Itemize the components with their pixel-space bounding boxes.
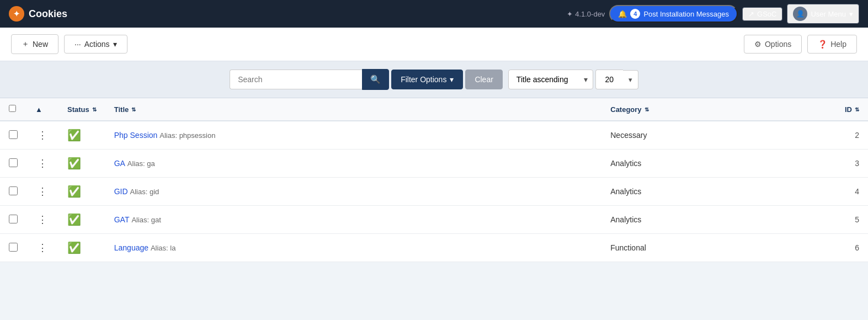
dots-icon: ··· (74, 40, 81, 49)
sort-up-icon: ▲ (35, 105, 42, 114)
external-link-icon: ↗ (748, 10, 754, 18)
row-status-cell: ✅ (58, 234, 105, 262)
row-category-value: Necessary (610, 131, 647, 140)
post-install-label: Post Installation Messages (643, 10, 729, 18)
notification-count: 4 (630, 9, 640, 19)
row-checkbox-cell (0, 178, 26, 206)
search-input[interactable] (230, 70, 362, 89)
plus-icon: ＋ (22, 39, 29, 49)
cookies-table: ▲ Status ⇅ Title ⇅ Category (0, 98, 868, 262)
row-category-cell: Analytics (601, 206, 835, 234)
table-row: ⋮ ✅ GA Alias: ga Analytics 3 (0, 150, 868, 178)
gsoc-button[interactable]: ↗ GSoC (742, 7, 782, 21)
header-category[interactable]: Category ⇅ (601, 98, 835, 121)
row-dots-cell: ⋮ (26, 121, 58, 150)
row-checkbox[interactable] (9, 158, 18, 167)
sort-wrap: Title ascending Title descending ID asce… (508, 70, 593, 89)
row-title-link[interactable]: GID (114, 187, 128, 196)
row-alias: Alias: phpsession (159, 131, 215, 140)
topnav: ✦ Cookies ✦ 4.1.0-dev 🔔 4 Post Installat… (0, 0, 868, 28)
table-container: ▲ Status ⇅ Title ⇅ Category (0, 98, 868, 262)
options-button[interactable]: ⚙ Options (744, 35, 802, 54)
row-id-cell: 4 (835, 178, 868, 206)
per-page-value: 20 (595, 70, 623, 89)
gear-icon: ⚙ (754, 40, 762, 49)
row-title-link[interactable]: GAT (114, 215, 130, 224)
row-actions-button[interactable]: ⋮ (35, 241, 50, 255)
row-category-cell: Analytics (601, 150, 835, 178)
row-title-cell: GA Alias: ga (105, 150, 602, 178)
select-all-checkbox[interactable] (9, 105, 16, 112)
filterbar: 🔍 Filter Options ▾ Clear Title ascending… (0, 61, 868, 98)
row-actions-button[interactable]: ⋮ (35, 128, 50, 142)
row-title-cell: Language Alias: la (105, 234, 602, 262)
row-id-cell: 6 (835, 234, 868, 262)
header-id[interactable]: ID ⇅ (835, 98, 868, 121)
row-category-cell: Necessary (601, 121, 835, 150)
chevron-down-icon: ▾ (113, 40, 117, 49)
row-title-link[interactable]: Language (114, 243, 148, 252)
row-category-value: Functional (610, 243, 646, 252)
status-enabled-icon: ✅ (67, 129, 81, 141)
row-dots-cell: ⋮ (26, 150, 58, 178)
row-checkbox[interactable] (9, 186, 18, 195)
row-checkbox-cell (0, 206, 26, 234)
search-button[interactable]: 🔍 (362, 69, 389, 90)
row-title-link[interactable]: GA (114, 159, 125, 168)
per-page-wrap: 20 ▾ (595, 70, 638, 89)
new-button[interactable]: ＋ New (11, 34, 58, 54)
table-row: ⋮ ✅ Language Alias: la Functional 6 (0, 234, 868, 262)
toolbar: ＋ New ··· Actions ▾ ⚙ Options ❓ Help (0, 28, 868, 61)
row-category-cell: Analytics (601, 178, 835, 206)
row-category-cell: Functional (601, 234, 835, 262)
table-row: ⋮ ✅ GAT Alias: gat Analytics 5 (0, 206, 868, 234)
table-body: ⋮ ✅ Php Session Alias: phpsession Necess… (0, 121, 868, 262)
actions-button[interactable]: ··· Actions ▾ (64, 35, 127, 54)
row-alias: Alias: gat (131, 216, 161, 224)
row-title-link[interactable]: Php Session (114, 131, 158, 140)
row-actions-button[interactable]: ⋮ (35, 184, 50, 199)
row-category-value: Analytics (610, 187, 641, 196)
header-dots-cell: ▲ (26, 98, 58, 121)
sort-select[interactable]: Title ascending Title descending ID asce… (508, 70, 593, 89)
app-title: Cookies (29, 8, 67, 20)
question-icon: ❓ (818, 40, 827, 49)
topnav-right: ✦ 4.1.0-dev 🔔 4 Post Installation Messag… (567, 4, 859, 24)
notifications-button[interactable]: 🔔 4 Post Installation Messages (609, 5, 738, 23)
row-alias: Alias: ga (127, 159, 155, 168)
row-status-cell: ✅ (58, 121, 105, 150)
row-checkbox-cell (0, 234, 26, 262)
per-page-button[interactable]: ▾ (623, 70, 638, 89)
search-icon: 🔍 (370, 74, 381, 84)
user-menu-button[interactable]: 👤 User Menu ▾ (787, 4, 859, 24)
row-checkbox[interactable] (9, 215, 18, 223)
row-checkbox[interactable] (9, 243, 18, 252)
row-status-cell: ✅ (58, 150, 105, 178)
status-enabled-icon: ✅ (67, 157, 81, 169)
version-label: ✦ 4.1.0-dev (567, 10, 605, 18)
row-title-cell: GAT Alias: gat (105, 206, 602, 234)
row-status-cell: ✅ (58, 178, 105, 206)
status-sort-icon: ⇅ (92, 106, 97, 113)
table-row: ⋮ ✅ GID Alias: gid Analytics 4 (0, 178, 868, 206)
row-title-cell: GID Alias: gid (105, 178, 602, 206)
category-sort-icon: ⇅ (645, 106, 649, 113)
row-dots-cell: ⋮ (26, 206, 58, 234)
table-header-row: ▲ Status ⇅ Title ⇅ Category (0, 98, 868, 121)
clear-button[interactable]: Clear (465, 70, 502, 89)
header-checkbox-cell (0, 98, 26, 121)
row-checkbox[interactable] (9, 130, 18, 139)
header-title[interactable]: Title ⇅ (105, 98, 602, 121)
row-actions-button[interactable]: ⋮ (35, 212, 50, 227)
filter-options-button[interactable]: Filter Options ▾ (391, 70, 463, 89)
row-category-value: Analytics (610, 159, 641, 168)
help-button[interactable]: ❓ Help (807, 35, 857, 54)
header-status[interactable]: Status ⇅ (58, 98, 105, 121)
row-category-value: Analytics (610, 215, 641, 224)
status-enabled-icon: ✅ (67, 185, 81, 198)
row-id-value: 3 (855, 159, 859, 168)
status-enabled-icon: ✅ (67, 214, 81, 226)
row-actions-button[interactable]: ⋮ (35, 156, 50, 170)
app-logo: ✦ Cookies (9, 6, 67, 22)
row-checkbox-cell (0, 150, 26, 178)
